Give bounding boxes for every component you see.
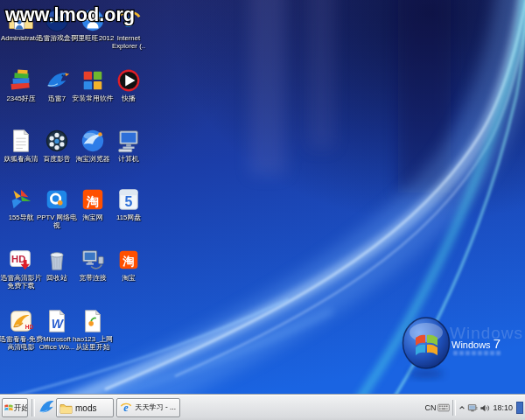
pptv-icon bbox=[44, 186, 70, 213]
desktop-icon-computer[interactable]: 计算机 bbox=[109, 128, 148, 165]
text-document-icon bbox=[8, 128, 34, 154]
svg-text:HD: HD bbox=[25, 324, 34, 330]
xunlei-kankan-icon: HD bbox=[8, 308, 34, 334]
taskbar-button-label: mods bbox=[75, 403, 96, 413]
word-document-icon: W bbox=[44, 308, 70, 334]
icon-label: 计算机 bbox=[105, 155, 151, 163]
keyboard-icon[interactable] bbox=[438, 403, 450, 412]
broadband-connection-icon bbox=[80, 247, 106, 273]
show-desktop-button[interactable] bbox=[516, 402, 523, 414]
xunlei7-icon bbox=[44, 67, 70, 94]
watermark-text: www.lmod.org bbox=[4, 4, 135, 25]
system-tray: CN 18:10 bbox=[424, 395, 523, 420]
desktop-icon-hao123[interactable]: hao123_上网 从这里开始 bbox=[74, 308, 112, 355]
desktop-icon-qvod[interactable]: 快播 bbox=[109, 67, 148, 105]
baidu-player-icon bbox=[44, 128, 70, 154]
xunlei-bird-icon bbox=[38, 399, 55, 416]
windows7-subtext bbox=[453, 351, 500, 355]
icon-label: 快播 bbox=[105, 94, 151, 102]
taobao-browser-icon bbox=[80, 128, 106, 154]
svg-text:W: W bbox=[52, 317, 65, 331]
language-indicator[interactable]: CN bbox=[424, 403, 436, 412]
desktop-icon-taobao2[interactable]: 淘 淘宝 bbox=[109, 247, 148, 284]
2345haozip-icon bbox=[8, 67, 34, 94]
show-hidden-icons[interactable] bbox=[458, 404, 466, 411]
hd-download-icon: HD bbox=[8, 247, 34, 273]
desktop: www.lmod.org Administrator 迅雷游戏盒子 阿里旺旺20… bbox=[0, 0, 525, 420]
hao123-icon bbox=[80, 308, 106, 334]
install-software-icon bbox=[80, 67, 106, 94]
quicklaunch-xunlei[interactable] bbox=[38, 399, 55, 419]
taskbar-separator bbox=[32, 399, 35, 416]
desktop-icon-xunlei-hd-download[interactable]: HD 迅雷高清影片 免费下载 bbox=[2, 247, 40, 294]
icon-label: 115网盘 bbox=[105, 214, 151, 221]
155nav-icon bbox=[8, 186, 34, 213]
start-button[interactable]: 开始 bbox=[2, 398, 28, 417]
icon-label: hao123_上网 从这里开始 bbox=[69, 335, 116, 351]
qvod-icon bbox=[116, 67, 142, 94]
svg-text:淘: 淘 bbox=[86, 194, 99, 208]
taskbar-button-tiantian[interactable]: e 天天学习 - ... bbox=[116, 398, 180, 417]
taskbar-button-mods[interactable]: mods bbox=[56, 398, 114, 417]
tray-separator bbox=[452, 400, 456, 416]
windows-flag-icon bbox=[4, 403, 13, 412]
internet-explorer-icon: e bbox=[120, 402, 132, 414]
desktop-icon-115pan[interactable]: 5 115网盘 bbox=[109, 186, 148, 224]
clock[interactable]: 18:10 bbox=[493, 403, 513, 412]
taobao-icon: 淘 bbox=[116, 247, 142, 273]
svg-text:淘: 淘 bbox=[122, 255, 134, 268]
taobao-icon: 淘 bbox=[80, 186, 106, 213]
site-watermark: www.lmod.org bbox=[4, 2, 152, 28]
volume-icon[interactable] bbox=[480, 403, 490, 413]
network-icon[interactable] bbox=[467, 403, 478, 413]
taskbar: 开始 mods e 天天学习 - ... CN 18:10 bbox=[0, 394, 525, 420]
icon-label: Internet Explorer (.. bbox=[105, 34, 151, 50]
folder-icon bbox=[60, 402, 73, 414]
svg-text:5: 5 bbox=[125, 194, 133, 209]
icon-label: 淘宝 bbox=[105, 274, 151, 282]
recycle-bin-icon bbox=[44, 247, 70, 273]
115pan-icon: 5 bbox=[116, 186, 142, 213]
taskbar-button-label: 天天学习 - ... bbox=[135, 402, 176, 412]
windows7-label: Windows 7 bbox=[452, 336, 500, 351]
start-label: 开始 bbox=[14, 402, 28, 413]
desktop-icon-pptv[interactable]: PPTV 网络电视 bbox=[38, 186, 76, 234]
computer-icon bbox=[116, 128, 142, 154]
